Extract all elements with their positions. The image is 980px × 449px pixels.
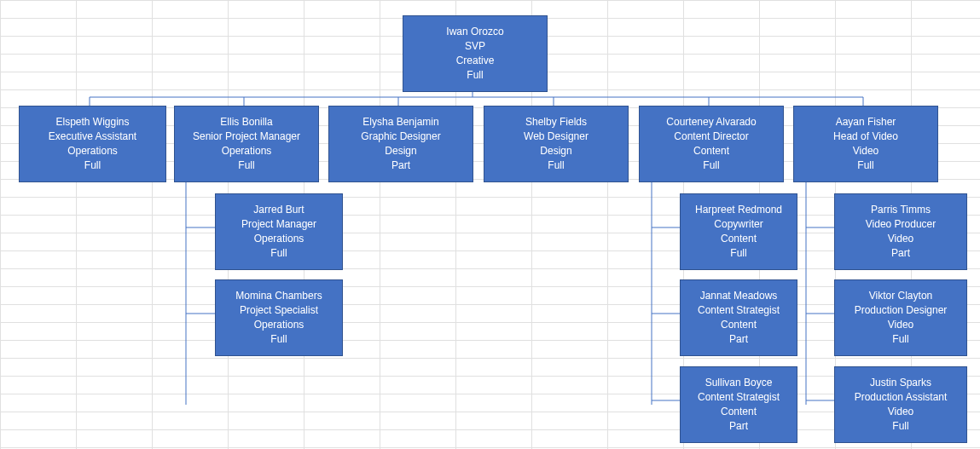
- node-title: Executive Assistant: [49, 130, 136, 144]
- node-status: Full: [730, 246, 746, 261]
- node-name: Sullivan Boyce: [705, 376, 773, 390]
- org-node-elysha-benjamin[interactable]: Elysha Benjamin Graphic Designer Design …: [328, 106, 473, 182]
- node-title: Graphic Designer: [361, 130, 440, 144]
- node-title: Content Strategist: [698, 303, 780, 318]
- node-name: Harpreet Redmond: [695, 203, 782, 217]
- node-status: Full: [270, 246, 287, 261]
- org-node-ellis-bonilla[interactable]: Ellis Bonilla Senior Project Manager Ope…: [174, 106, 319, 182]
- node-name: Courteney Alvarado: [666, 115, 756, 130]
- node-name: Elspeth Wiggins: [55, 115, 129, 130]
- node-status: Full: [84, 158, 101, 173]
- node-status: Full: [892, 419, 908, 434]
- node-title: Head of Video: [833, 130, 898, 144]
- org-node-parris-timms[interactable]: Parris Timms Video Producer Video Part: [834, 193, 967, 270]
- node-status: Part: [391, 158, 410, 173]
- node-name: Jarred Burt: [253, 203, 304, 217]
- node-title: Production Designer: [855, 303, 948, 318]
- org-node-shelby-fields[interactable]: Shelby Fields Web Designer Design Full: [484, 106, 629, 182]
- org-node-jarred-burt[interactable]: Jarred Burt Project Manager Operations F…: [215, 193, 343, 270]
- node-dept: Design: [540, 144, 571, 158]
- org-node-jannat-meadows[interactable]: Jannat Meadows Content Strategist Conten…: [680, 279, 797, 356]
- node-title: Production Assistant: [855, 390, 948, 405]
- node-dept: Creative: [456, 54, 495, 68]
- node-status: Part: [729, 332, 748, 347]
- node-dept: Operations: [254, 232, 304, 246]
- node-dept: Video: [853, 144, 879, 158]
- node-dept: Operations: [222, 144, 272, 158]
- node-name: Justin Sparks: [870, 376, 931, 390]
- node-name: Iwan Orozco: [446, 25, 503, 39]
- org-node-sullivan-boyce[interactable]: Sullivan Boyce Content Strategist Conten…: [680, 366, 797, 443]
- node-status: Full: [270, 332, 287, 347]
- node-title: Content Director: [674, 130, 748, 144]
- org-node-justin-sparks[interactable]: Justin Sparks Production Assistant Video…: [834, 366, 967, 443]
- node-status: Part: [891, 246, 910, 261]
- node-dept: Operations: [67, 144, 118, 158]
- node-title: Web Designer: [524, 130, 589, 144]
- node-status: Part: [729, 419, 748, 434]
- node-name: Viktor Clayton: [869, 289, 932, 303]
- node-title: Copywriter: [714, 217, 763, 232]
- node-status: Full: [238, 158, 254, 173]
- node-name: Momina Chambers: [235, 289, 322, 303]
- node-dept: Content: [693, 144, 729, 158]
- node-title: Video Producer: [866, 217, 937, 232]
- node-dept: Video: [888, 318, 913, 332]
- org-node-momina-chambers[interactable]: Momina Chambers Project Specialist Opera…: [215, 279, 343, 356]
- node-title: Content Strategist: [698, 390, 780, 405]
- node-title: SVP: [465, 39, 485, 54]
- node-name: Aayan Fisher: [836, 115, 896, 130]
- org-node-courteney-alvarado[interactable]: Courteney Alvarado Content Director Cont…: [639, 106, 784, 182]
- node-status: Full: [467, 68, 483, 83]
- org-node-aayan-fisher[interactable]: Aayan Fisher Head of Video Video Full: [793, 106, 938, 182]
- node-dept: Video: [888, 232, 913, 246]
- node-status: Full: [548, 158, 564, 173]
- node-dept: Content: [721, 232, 757, 246]
- node-status: Full: [857, 158, 873, 173]
- node-status: Full: [703, 158, 719, 173]
- node-name: Ellis Bonilla: [220, 115, 272, 130]
- node-name: Elysha Benjamin: [362, 115, 438, 130]
- node-dept: Operations: [254, 318, 304, 332]
- org-node-viktor-clayton[interactable]: Viktor Clayton Production Designer Video…: [834, 279, 967, 356]
- node-title: Project Specialist: [240, 303, 318, 318]
- node-title: Senior Project Manager: [193, 130, 300, 144]
- node-dept: Design: [385, 144, 416, 158]
- org-node-elspeth-wiggins[interactable]: Elspeth Wiggins Executive Assistant Oper…: [19, 106, 166, 182]
- org-node-harpreet-redmond[interactable]: Harpreet Redmond Copywriter Content Full: [680, 193, 797, 270]
- node-name: Jannat Meadows: [700, 289, 778, 303]
- node-name: Shelby Fields: [525, 115, 587, 130]
- node-dept: Content: [721, 405, 757, 419]
- node-status: Full: [892, 332, 908, 347]
- node-dept: Content: [721, 318, 757, 332]
- node-dept: Video: [888, 405, 913, 419]
- org-node-root[interactable]: Iwan Orozco SVP Creative Full: [403, 15, 548, 92]
- node-title: Project Manager: [241, 217, 316, 232]
- node-name: Parris Timms: [871, 203, 931, 217]
